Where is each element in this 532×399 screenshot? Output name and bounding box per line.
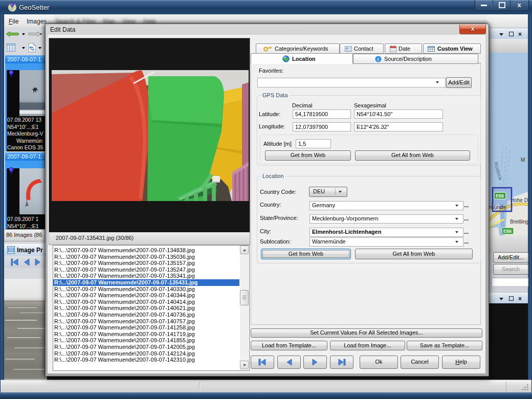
svg-text:E55: E55 [496,193,504,198]
svg-text:Hohe D: Hohe D [511,197,528,203]
svg-text:Breitling: Breitling [510,219,528,225]
svg-text:E55: E55 [503,229,512,234]
svg-text:M: M [521,157,525,163]
svg-text:Rostock: Rostock [493,162,503,182]
